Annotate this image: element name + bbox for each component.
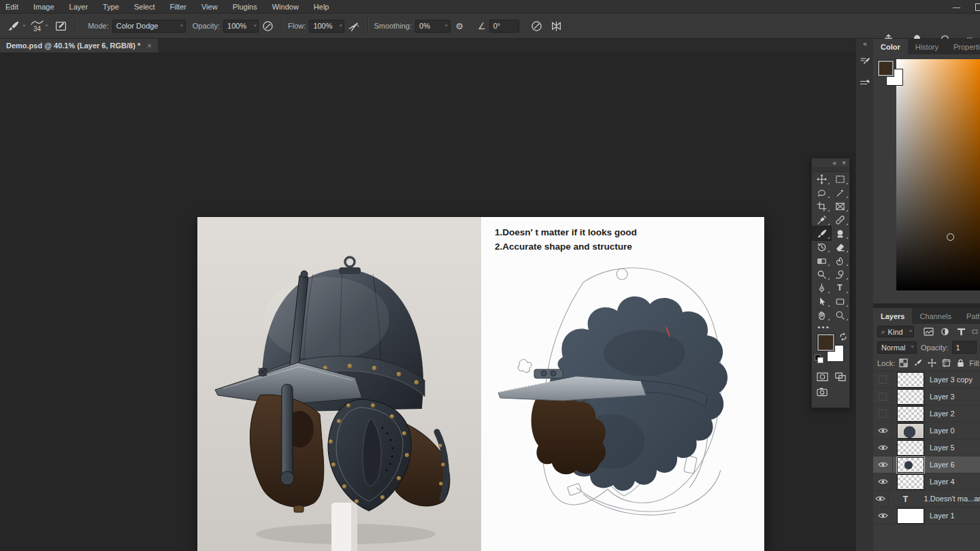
layer-row[interactable]: Layer 2	[873, 405, 980, 422]
menu-layer[interactable]: Layer	[69, 3, 88, 11]
pressure-opacity-icon[interactable]	[261, 19, 274, 33]
layer-visibility-toggle[interactable]	[873, 405, 893, 422]
layer-blend-mode-select[interactable]: Normal ᵛ	[877, 341, 917, 354]
lock-all-icon[interactable]	[956, 358, 965, 367]
layer-row[interactable]: Layer 6	[873, 456, 980, 473]
path-select-tool[interactable]	[813, 295, 831, 308]
layer-visibility-toggle[interactable]	[873, 422, 893, 439]
brush-tool[interactable]	[813, 227, 831, 240]
foreground-color-swatch[interactable]	[817, 334, 834, 351]
tab-layers[interactable]: Layers	[873, 308, 912, 324]
flow-select[interactable]: 100% ᵛ	[309, 20, 344, 33]
smudge-tool[interactable]	[831, 254, 849, 267]
move-tool[interactable]	[813, 172, 831, 186]
lock-transparency-icon[interactable]	[899, 358, 908, 367]
layer-row[interactable]: Layer 3 copy	[873, 371, 980, 388]
magic-wand-tool[interactable]	[831, 186, 849, 199]
zoom-tool[interactable]	[831, 308, 849, 322]
brush-preset-picker[interactable]: 34	[31, 20, 44, 33]
layer-row[interactable]: Layer 1	[873, 507, 980, 524]
screen-mode-icon[interactable]	[835, 372, 847, 382]
dodge-tool[interactable]	[813, 267, 831, 281]
layer-thumbnail[interactable]	[897, 474, 924, 490]
menu-edit[interactable]: Edit	[5, 3, 18, 11]
healing-brush-tool[interactable]	[831, 213, 849, 227]
layer-visibility-toggle[interactable]	[873, 507, 893, 524]
layer-opacity-field[interactable]: 1	[952, 341, 977, 354]
eraser-tool[interactable]	[831, 240, 849, 254]
lock-artboard-icon[interactable]	[942, 358, 951, 367]
menu-help[interactable]: Help	[314, 3, 329, 11]
menu-type[interactable]: Type	[103, 3, 119, 11]
brush-settings-panel-icon[interactable]	[856, 53, 874, 69]
quick-mask-icon[interactable]	[817, 372, 828, 382]
layer-thumbnail[interactable]	[897, 508, 924, 524]
layer-row[interactable]: Layer 5	[873, 439, 980, 456]
default-colors-icon[interactable]	[815, 354, 823, 363]
close-panel-icon[interactable]: ×	[842, 159, 846, 167]
pressure-size-icon[interactable]	[530, 19, 544, 33]
layer-thumbnail[interactable]	[897, 440, 924, 456]
smoothing-select[interactable]: 0% ᵛ	[415, 20, 451, 33]
tab-channels[interactable]: Channels	[912, 308, 958, 324]
filter-shape-layers-icon[interactable]	[973, 327, 978, 336]
collapse-panel-icon[interactable]: «	[833, 159, 837, 167]
shape-tool[interactable]	[831, 295, 849, 308]
more-tools-icon[interactable]: ●●●	[812, 322, 849, 331]
layer-row[interactable]: T 1.Doesn't ma...and str	[873, 490, 980, 507]
document-tab[interactable]: Demo.psd @ 40.1% (Layer 6, RGB/8) * ×	[0, 39, 158, 52]
layer-thumbnail[interactable]: T	[893, 492, 919, 506]
color-picker-marker[interactable]	[947, 233, 954, 241]
hand-tool[interactable]	[813, 308, 831, 322]
smoothing-options-gear-icon[interactable]: ⚙	[453, 19, 466, 33]
brush-tool-icon[interactable]	[6, 19, 20, 33]
document-canvas[interactable]: 1.Doesn′ t matter if it looks good 2.Acc…	[197, 217, 764, 551]
menu-window[interactable]: Window	[272, 3, 299, 11]
paint-symmetry-icon[interactable]	[550, 19, 564, 33]
layer-visibility-toggle[interactable]	[873, 371, 893, 388]
brush-tool-chevron-icon[interactable]: ᵛ	[22, 23, 25, 29]
blend-mode-select[interactable]: Color Dodge ᵛ	[112, 20, 186, 33]
expand-panels-icon[interactable]: «	[856, 39, 874, 48]
minimize-button[interactable]: —	[953, 3, 960, 11]
layer-filter-select[interactable]: ⌕ Kind ᵛ	[877, 326, 914, 337]
foreground-color-well[interactable]	[878, 61, 894, 76]
layer-visibility-toggle[interactable]	[873, 388, 893, 405]
gradient-tool[interactable]	[813, 254, 831, 267]
brush-preset-chevron-icon[interactable]: ᵛ	[45, 23, 48, 29]
menu-image[interactable]: Image	[33, 3, 54, 11]
layer-row[interactable]: Layer 0	[873, 422, 980, 439]
layer-visibility-toggle[interactable]	[873, 456, 893, 473]
type-tool[interactable]: T	[831, 281, 849, 295]
layer-row[interactable]: Layer 3	[873, 388, 980, 405]
burn-tool[interactable]	[831, 267, 849, 281]
capture-icon[interactable]	[817, 387, 828, 397]
filter-adjustment-layers-icon[interactable]	[940, 327, 950, 336]
toggle-brush-settings-icon[interactable]	[54, 19, 67, 33]
menu-select[interactable]: Select	[134, 3, 155, 11]
tab-paths[interactable]: Paths	[959, 308, 980, 324]
opacity-select[interactable]: 100% ᵛ	[223, 20, 259, 33]
marquee-tool[interactable]	[831, 172, 849, 186]
layer-visibility-toggle[interactable]	[873, 439, 893, 456]
filter-pixel-layers-icon[interactable]	[924, 327, 934, 336]
filter-type-layers-icon[interactable]	[956, 327, 966, 336]
layer-thumbnail[interactable]	[897, 457, 924, 473]
layer-row[interactable]: Layer 4	[873, 473, 980, 490]
airbrush-icon[interactable]	[346, 19, 360, 33]
tab-properties[interactable]: Properties	[946, 39, 980, 54]
lasso-tool[interactable]	[813, 186, 831, 199]
brush-angle-field[interactable]: 0°	[489, 20, 519, 33]
menu-filter[interactable]: Filter	[170, 3, 186, 11]
menu-plugins[interactable]: Plugins	[233, 3, 257, 11]
menu-view[interactable]: View	[201, 3, 218, 11]
canvas-area[interactable]: 1.Doesn′ t matter if it looks good 2.Acc…	[0, 52, 855, 551]
layer-thumbnail[interactable]	[897, 423, 924, 439]
layer-thumbnail[interactable]	[897, 406, 924, 422]
layer-visibility-toggle[interactable]	[873, 473, 893, 490]
crop-tool[interactable]	[813, 199, 831, 213]
history-brush-tool[interactable]	[813, 240, 831, 254]
tab-color[interactable]: Color	[873, 39, 908, 54]
tools-palette-header[interactable]: « ×	[812, 158, 849, 168]
lock-position-icon[interactable]	[928, 358, 936, 367]
